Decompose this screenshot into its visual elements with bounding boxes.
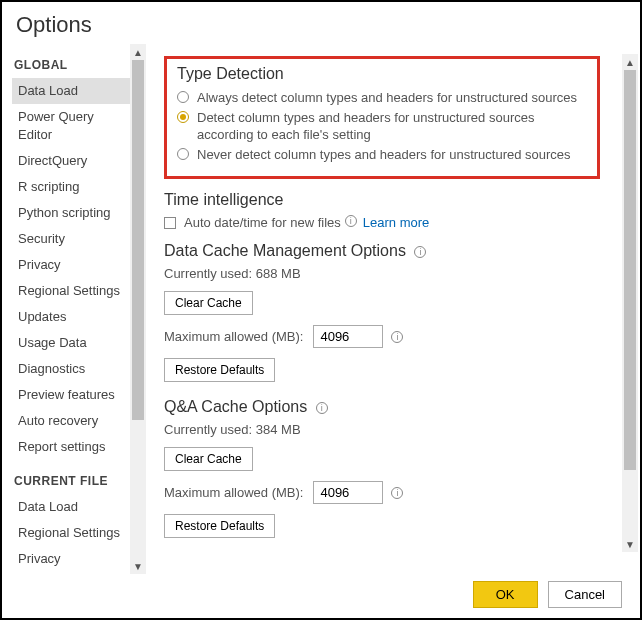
qa-cache-title: Q&A Cache Options i xyxy=(164,398,600,416)
content-area: GLOBAL Data Load Power Query Editor Dire… xyxy=(2,44,640,574)
dialog-title: Options xyxy=(2,2,640,44)
qa-cache-title-text: Q&A Cache Options xyxy=(164,398,307,415)
sidebar-scrollbar-thumb[interactable] xyxy=(132,60,144,420)
qa-cache-section: Q&A Cache Options i Currently used: 384 … xyxy=(164,398,600,542)
restore-qa-cache-defaults-button[interactable]: Restore Defaults xyxy=(164,514,275,538)
time-intelligence-section: Time intelligence Auto date/time for new… xyxy=(164,191,600,230)
type-detection-title: Type Detection xyxy=(177,65,587,83)
sidebar-item-usage-data[interactable]: Usage Data xyxy=(12,330,130,356)
max-allowed-label: Maximum allowed (MB): xyxy=(164,329,303,344)
type-detection-highlight: Type Detection Always detect column type… xyxy=(164,56,600,179)
data-cache-max-row: Maximum allowed (MB): i xyxy=(164,325,600,348)
ok-button[interactable]: OK xyxy=(473,581,538,608)
sidebar-item-cf-regional-settings[interactable]: Regional Settings xyxy=(12,520,130,546)
dialog-footer: OK Cancel xyxy=(473,581,622,608)
sidebar-item-diagnostics[interactable]: Diagnostics xyxy=(12,356,130,382)
max-allowed-label: Maximum allowed (MB): xyxy=(164,485,303,500)
sidebar-header-current-file: CURRENT FILE xyxy=(12,460,146,494)
clear-qa-cache-button[interactable]: Clear Cache xyxy=(164,447,253,471)
sidebar-item-cf-privacy[interactable]: Privacy xyxy=(12,546,130,572)
data-cache-title: Data Cache Management Options i xyxy=(164,242,600,260)
radio-icon[interactable] xyxy=(177,148,189,160)
time-intelligence-title: Time intelligence xyxy=(164,191,600,209)
qa-cache-max-row: Maximum allowed (MB): i xyxy=(164,481,600,504)
learn-more-link[interactable]: Learn more xyxy=(363,215,429,230)
radio-never-detect[interactable]: Never detect column types and headers fo… xyxy=(177,146,587,163)
radio-always-detect[interactable]: Always detect column types and headers f… xyxy=(177,89,587,106)
sidebar-item-preview-features[interactable]: Preview features xyxy=(12,382,130,408)
info-icon[interactable]: i xyxy=(391,331,403,343)
sidebar-item-report-settings[interactable]: Report settings xyxy=(12,434,130,460)
radio-label: Never detect column types and headers fo… xyxy=(197,146,571,163)
data-cache-section: Data Cache Management Options i Currentl… xyxy=(164,242,600,386)
sidebar-scrollbar[interactable]: ▲ ▼ xyxy=(130,44,146,574)
sidebar-item-security[interactable]: Security xyxy=(12,226,130,252)
qa-cache-max-input[interactable] xyxy=(313,481,383,504)
clear-data-cache-button[interactable]: Clear Cache xyxy=(164,291,253,315)
checkbox-label: Auto date/time for new files xyxy=(184,215,341,230)
data-cache-title-text: Data Cache Management Options xyxy=(164,242,406,259)
sidebar-item-r-scripting[interactable]: R scripting xyxy=(12,174,130,200)
main-panel: Type Detection Always detect column type… xyxy=(146,44,640,574)
sidebar-item-privacy[interactable]: Privacy xyxy=(12,252,130,278)
info-icon[interactable]: i xyxy=(414,246,426,258)
sidebar: GLOBAL Data Load Power Query Editor Dire… xyxy=(2,44,146,574)
info-icon[interactable]: i xyxy=(316,402,328,414)
main-scrollbar-thumb[interactable] xyxy=(624,70,636,470)
main-scrollbar[interactable]: ▲ ▼ xyxy=(622,54,638,552)
sidebar-item-regional-settings[interactable]: Regional Settings xyxy=(12,278,130,304)
scroll-up-icon[interactable]: ▲ xyxy=(622,54,638,70)
sidebar-item-data-load[interactable]: Data Load xyxy=(12,78,130,104)
radio-icon[interactable] xyxy=(177,91,189,103)
radio-label: Detect column types and headers for unst… xyxy=(197,109,587,143)
sidebar-item-cf-auto-recovery[interactable]: Auto recovery xyxy=(12,572,130,574)
data-cache-max-input[interactable] xyxy=(313,325,383,348)
info-icon[interactable]: i xyxy=(345,215,357,227)
scroll-up-icon[interactable]: ▲ xyxy=(130,44,146,60)
restore-data-cache-defaults-button[interactable]: Restore Defaults xyxy=(164,358,275,382)
checkbox-icon[interactable] xyxy=(164,217,176,229)
sidebar-item-updates[interactable]: Updates xyxy=(12,304,130,330)
scroll-down-icon[interactable]: ▼ xyxy=(622,536,638,552)
radio-icon[interactable] xyxy=(177,111,189,123)
scroll-down-icon[interactable]: ▼ xyxy=(130,558,146,574)
radio-label: Always detect column types and headers f… xyxy=(197,89,577,106)
sidebar-item-directquery[interactable]: DirectQuery xyxy=(12,148,130,174)
sidebar-item-power-query-editor[interactable]: Power Query Editor xyxy=(12,104,130,148)
sidebar-item-cf-data-load[interactable]: Data Load xyxy=(12,494,130,520)
cancel-button[interactable]: Cancel xyxy=(548,581,622,608)
sidebar-item-auto-recovery[interactable]: Auto recovery xyxy=(12,408,130,434)
sidebar-item-python-scripting[interactable]: Python scripting xyxy=(12,200,130,226)
info-icon[interactable]: i xyxy=(391,487,403,499)
data-cache-currently-used: Currently used: 688 MB xyxy=(164,266,600,281)
qa-cache-currently-used: Currently used: 384 MB xyxy=(164,422,600,437)
sidebar-header-global: GLOBAL xyxy=(12,44,146,78)
auto-date-time-checkbox-row[interactable]: Auto date/time for new files i Learn mor… xyxy=(164,215,600,230)
radio-detect-per-file[interactable]: Detect column types and headers for unst… xyxy=(177,109,587,143)
